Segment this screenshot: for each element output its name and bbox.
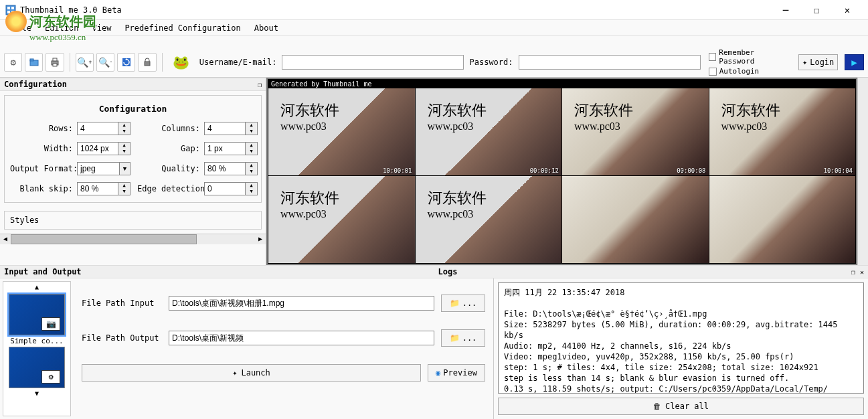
folder-blue-icon: 📁 <box>450 333 460 343</box>
width-label: Width: <box>10 144 77 153</box>
config-panel-title: Configuration ❐ <box>0 78 266 91</box>
preview-area: Generated by Thumbnail me 河东软件www.pc0310… <box>266 78 868 265</box>
autologin-checkbox[interactable]: Autologin <box>709 67 792 76</box>
gap-spinner[interactable]: ▲▼ <box>204 142 258 155</box>
launch-icon: ✦ <box>232 368 237 378</box>
menu-view[interactable]: View <box>85 21 118 35</box>
thumbnail-1: 河东软件www.pc0310:00:01 <box>268 88 415 175</box>
password-input[interactable] <box>519 55 701 70</box>
edge-detection-spinner[interactable]: ▲▼ <box>204 182 258 195</box>
zoom-in-icon[interactable]: 🔍+ <box>76 53 94 72</box>
browse-output-button[interactable]: 📁... <box>441 329 485 347</box>
menubar: File Edition View Predefined Configurati… <box>0 20 868 36</box>
wand-icon: ✦ <box>802 58 807 67</box>
svg-rect-3 <box>7 11 10 13</box>
width-spinner[interactable]: ▲▼ <box>77 142 131 155</box>
main-toolbar: ⚙ 🔍+ 🔍- 🐸 Username/E-mail: Password: Rem… <box>0 47 868 78</box>
svg-rect-4 <box>11 11 14 13</box>
svg-rect-12 <box>145 62 150 66</box>
blank-skip-label: Blank skip: <box>10 184 77 193</box>
login-button[interactable]: ✦Login <box>798 54 837 70</box>
gap-label: Gap: <box>137 144 204 153</box>
open-icon[interactable] <box>25 53 43 72</box>
config-heading: Configuration <box>10 104 256 114</box>
thumbnail-4: 河东软件www.pc0310:00:04 <box>709 88 856 175</box>
configuration-panel: Configuration ❐ Configuration Rows: ▲▼ C… <box>0 78 266 265</box>
folder-blue-icon: 📁 <box>450 299 460 308</box>
rows-spinner[interactable]: ▲▼ <box>77 122 131 135</box>
output-path-field[interactable] <box>169 331 434 345</box>
quality-spinner[interactable]: ▲▼ <box>204 162 258 175</box>
styles-group: Styles <box>4 211 262 230</box>
columns-spinner[interactable]: ▲▼ <box>204 122 258 135</box>
svg-rect-8 <box>53 58 57 61</box>
output-format-combo[interactable]: ▼ <box>77 162 131 175</box>
zoom-out-icon[interactable]: 🔍- <box>96 53 114 72</box>
svg-rect-9 <box>53 64 57 66</box>
thumbnail-2: 河东软件www.pc0300:00:12 <box>416 88 562 175</box>
svg-rect-1 <box>7 7 10 9</box>
thumbnail-3: 河东软件www.pc0300:00:08 <box>562 88 709 175</box>
mode-selector: ▲ 📷 Simple co... ⚙ ▼ <box>3 281 71 416</box>
output-path-label: File Path Output <box>82 333 162 343</box>
launch-button[interactable]: ✦Launch <box>82 364 421 382</box>
toolbar-separator-2 <box>162 53 163 72</box>
mode-simple[interactable]: 📷 <box>9 294 65 335</box>
input-path-field[interactable] <box>169 296 434 311</box>
username-label: Username/E-mail: <box>199 58 277 67</box>
svg-rect-2 <box>11 7 14 9</box>
toolbar-separator-1 <box>70 53 70 72</box>
thumbnail-7 <box>562 176 709 263</box>
preview-scrollbar-v[interactable] <box>857 78 868 265</box>
print-icon[interactable] <box>46 53 64 72</box>
eye-icon: ◉ <box>436 368 440 378</box>
close-button[interactable]: ✕ <box>832 0 863 20</box>
logs-undock-icon[interactable]: ❐ <box>851 268 855 276</box>
menu-file[interactable]: File <box>5 21 38 35</box>
maximize-button[interactable]: ☐ <box>801 0 832 20</box>
browse-input-button[interactable]: 📁... <box>441 295 485 312</box>
mode-scroll-down[interactable]: ▼ <box>5 390 69 399</box>
quality-label: Quality: <box>137 164 204 173</box>
remember-password-checkbox[interactable]: Remember Password <box>709 48 792 66</box>
rows-label: Rows: <box>10 124 77 133</box>
logs-close-icon[interactable]: ✕ <box>860 268 864 276</box>
chevron-down-icon[interactable]: ▼ <box>119 163 130 175</box>
io-panel: ▲ 📷 Simple co... ⚙ ▼ File Path Input 📁..… <box>0 278 494 419</box>
undock-icon[interactable]: ❐ <box>258 81 262 88</box>
logs-panel: 周四 11月 22 13:35:47 2018 File: D:\tools\æ… <box>494 278 868 419</box>
app-icon <box>5 5 16 15</box>
thumbnail-5: 河东软件www.pc03 <box>268 176 415 263</box>
preview-button[interactable]: ◉Preview <box>428 364 485 382</box>
lock-icon[interactable] <box>138 53 156 72</box>
svg-rect-6 <box>30 59 33 61</box>
output-format-label: Output Format: <box>10 164 77 173</box>
mode-scroll-up[interactable]: ▲ <box>5 283 69 292</box>
username-input[interactable] <box>282 55 464 70</box>
window-title: Thumbnail me 3.0 Beta <box>20 5 770 15</box>
refresh-blue-icon[interactable] <box>117 53 135 72</box>
trash-icon: 🗑 <box>653 402 661 411</box>
mode-advanced[interactable]: ⚙ <box>9 347 65 388</box>
input-path-label: File Path Input <box>82 299 162 308</box>
password-label: Password: <box>469 58 513 67</box>
autologin-label: Autologin <box>719 67 760 76</box>
thumbnail-sheet: Generated by Thumbnail me 河东软件www.pc0310… <box>268 79 856 264</box>
camera-icon: 📷 <box>41 317 60 331</box>
mode-simple-label: Simple co... <box>9 337 65 345</box>
settings-icon[interactable]: ⚙ <box>4 53 22 72</box>
menu-about[interactable]: About <box>248 21 285 35</box>
logs-textarea[interactable]: 周四 11月 22 13:35:47 2018 File: D:\tools\æ… <box>498 282 864 394</box>
config-scrollbar-h[interactable]: ◀▶ <box>0 234 266 244</box>
thumbnail-8 <box>709 176 856 263</box>
sub-url-line <box>0 36 868 47</box>
menu-edition[interactable]: Edition <box>38 21 86 35</box>
thumbnail-6: 河东软件www.pc03 <box>416 176 562 263</box>
menu-predefined-config[interactable]: Predefined Configuration <box>118 21 247 35</box>
frog-icon: 🐸 <box>172 54 190 70</box>
blank-skip-spinner[interactable]: ▲▼ <box>77 182 131 195</box>
clear-all-button[interactable]: 🗑Clear all <box>498 398 864 415</box>
play-button[interactable]: ▶ <box>845 54 864 70</box>
minimize-button[interactable]: ─ <box>770 0 801 20</box>
logs-panel-title: Logs ❐ ✕ <box>434 265 869 278</box>
